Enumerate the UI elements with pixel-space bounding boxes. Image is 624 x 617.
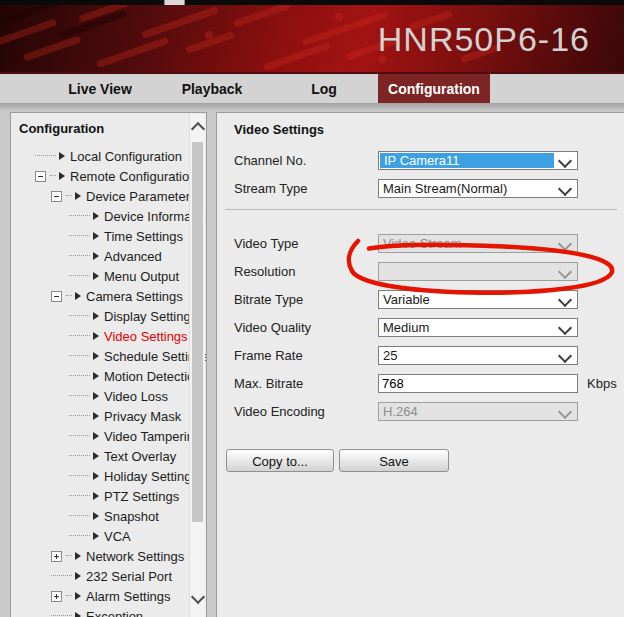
field-label: Bitrate Type: [234, 292, 378, 307]
tab-log[interactable]: Log: [268, 74, 380, 103]
tree-root-label: Configuration: [19, 121, 104, 136]
frame-rate-select[interactable]: 25: [378, 346, 578, 365]
tree-item-time-settings[interactable]: Time Settings: [11, 226, 193, 246]
tree-item-local-configuration[interactable]: Local Configuration: [11, 146, 193, 166]
tree-item-text-overlay[interactable]: Text Overlay: [11, 446, 193, 466]
tree-item-holiday-settings[interactable]: Holiday Settings: [11, 466, 193, 486]
banner-pattern-dot: [205, 31, 213, 39]
copy-to-button[interactable]: Copy to...: [226, 449, 334, 472]
tab-live-view[interactable]: Live View: [44, 74, 156, 103]
tree-connector: [69, 415, 90, 417]
tree-arrow-icon: [75, 292, 81, 300]
tree-item-ptz-settings[interactable]: PTZ Settings: [11, 486, 193, 506]
banner-pattern-dash: [232, 5, 291, 28]
section-divider: [225, 209, 617, 210]
configuration-tree-panel: Configuration Local Configuration Remote…: [10, 112, 207, 617]
tree-scrollbar[interactable]: [189, 114, 205, 617]
tree-item-device-parameters[interactable]: Device Parameters: [11, 186, 193, 206]
tree-arrow-icon: [93, 432, 99, 440]
tree-arrow-icon: [75, 552, 81, 560]
collapse-minus-icon[interactable]: [35, 171, 46, 182]
selected-option-highlight: IP Camera11: [380, 153, 554, 168]
device-model-title: HNR50P6-16: [378, 20, 590, 59]
save-button[interactable]: Save: [339, 449, 449, 472]
main-nav-tabbar: Live View Playback Log Configuration: [0, 74, 624, 103]
tree-arrow-icon: [93, 232, 99, 240]
tree-connector: [69, 255, 90, 257]
tree-arrow-icon: [93, 332, 99, 340]
video-quality-select[interactable]: Medium: [378, 318, 578, 337]
tree-item-camera-settings[interactable]: Camera Settings: [11, 286, 193, 306]
tree-item-exception[interactable]: Exception: [11, 606, 193, 617]
scrollbar-thumb[interactable]: [192, 142, 203, 522]
tree-arrow-icon: [93, 312, 99, 320]
tree-arrow-icon: [93, 352, 99, 360]
page: HNR50P6-16 Live View Playback Log Config…: [0, 0, 624, 617]
tab-configuration[interactable]: Configuration: [378, 74, 490, 103]
tree-connector: [66, 195, 72, 197]
tree-arrow-icon: [75, 192, 81, 200]
field-row-video-quality: Video Quality Medium: [234, 318, 578, 337]
tree-arrow-icon: [93, 452, 99, 460]
tree-item-display-settings[interactable]: Display Settings: [11, 306, 193, 326]
tree-arrow-icon: [93, 212, 99, 220]
tab-playback[interactable]: Playback: [156, 74, 268, 103]
field-row-max-bitrate: Max. Bitrate Kbps: [234, 374, 617, 393]
collapse-minus-icon[interactable]: [51, 191, 62, 202]
tree-item-motion-detection[interactable]: Motion Detection: [11, 366, 193, 386]
max-bitrate-input[interactable]: [378, 374, 578, 393]
tree-item-device-information[interactable]: Device Information: [11, 206, 193, 226]
tree-item-privacy-mask[interactable]: Privacy Mask: [11, 406, 193, 426]
tree-item-menu-output[interactable]: Menu Output: [11, 266, 193, 286]
tree-connector: [66, 555, 72, 557]
tree-arrow-icon: [93, 472, 99, 480]
tree-arrow-icon: [93, 412, 99, 420]
field-label: Video Type: [234, 236, 378, 251]
field-label: Resolution: [234, 264, 378, 279]
tree-arrow-icon: [93, 512, 99, 520]
field-label: Stream Type: [234, 181, 378, 196]
tree-connector: [69, 315, 90, 317]
channel-no-select[interactable]: IP Camera11: [378, 151, 578, 170]
tree-item-video-tampering[interactable]: Video Tampering: [11, 426, 193, 446]
tree-item-advanced[interactable]: Advanced: [11, 246, 193, 266]
tree-item-video-settings[interactable]: Video Settings: [11, 326, 193, 346]
tree-connector: [66, 595, 72, 597]
resolution-select: [378, 262, 578, 281]
field-label: Video Quality: [234, 320, 378, 335]
tree-connector: [69, 495, 90, 497]
field-row-video-type: Video Type Video Stream: [234, 234, 578, 253]
unit-label: Kbps: [587, 376, 617, 391]
tree-item-network-settings[interactable]: Network Settings: [11, 546, 193, 566]
selected-option: 25: [383, 348, 397, 363]
scroll-down-icon[interactable]: [191, 590, 205, 604]
expand-plus-icon[interactable]: [51, 591, 62, 602]
chevron-down-icon: [558, 182, 572, 196]
tree-connector: [50, 175, 56, 177]
tree-connector: [69, 355, 90, 357]
tree-item-232-serial-port[interactable]: 232 Serial Port: [11, 566, 193, 586]
scroll-up-icon[interactable]: [191, 122, 205, 136]
tree-connector: [69, 275, 90, 277]
chevron-down-icon: [558, 293, 572, 307]
tree-arrow-icon: [93, 392, 99, 400]
video-settings-panel: Video Settings Channel No. IP Camera11 S…: [216, 112, 624, 617]
tree-item-remote-configuration[interactable]: Remote Configuration: [11, 166, 193, 186]
tree-connector: [69, 375, 90, 377]
video-encoding-select: H.264: [378, 402, 578, 421]
tree-item-vca[interactable]: VCA: [11, 526, 193, 546]
tree-item-schedule-settings[interactable]: Schedule Settings: [11, 346, 193, 366]
collapse-minus-icon[interactable]: [51, 291, 62, 302]
stream-type-select[interactable]: Main Stream(Normal): [378, 179, 578, 198]
bitrate-type-select[interactable]: Variable: [378, 290, 578, 309]
tree-item-snapshot[interactable]: Snapshot: [11, 506, 193, 526]
tree-connector: [69, 535, 90, 537]
tree-arrow-icon: [59, 152, 65, 160]
tree-item-video-loss[interactable]: Video Loss: [11, 386, 193, 406]
tree-arrow-icon: [75, 612, 81, 617]
tree-item-alarm-settings[interactable]: Alarm Settings: [11, 586, 193, 606]
expand-plus-icon[interactable]: [51, 551, 62, 562]
field-row-frame-rate: Frame Rate 25: [234, 346, 578, 365]
chevron-down-icon: [558, 321, 572, 335]
field-label: Frame Rate: [234, 348, 378, 363]
